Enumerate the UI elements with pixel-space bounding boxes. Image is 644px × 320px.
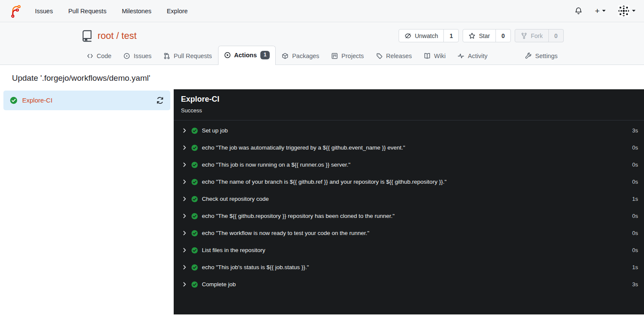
eye-closed-icon: [405, 32, 411, 39]
job-steps-list: Set up job 3s echo "The job was automati…: [174, 120, 644, 293]
step-name: echo "The job was automatically triggere…: [202, 144, 405, 151]
step-duration: 0s: [632, 247, 638, 253]
check-circle-icon: [191, 144, 198, 151]
step-row[interactable]: echo "The job was automatically triggere…: [174, 139, 644, 156]
check-circle-icon: [191, 161, 198, 168]
chevron-right-icon: [182, 128, 187, 133]
step-row[interactable]: echo "This job is now running on a ${{ r…: [174, 156, 644, 173]
tab-label: Wiki: [434, 53, 446, 59]
forgejo-logo-icon[interactable]: [9, 4, 22, 18]
pulse-icon: [458, 53, 464, 59]
chevron-right-icon: [182, 179, 187, 185]
tab-pull-requests[interactable]: Pull Requests: [157, 47, 218, 65]
play-circle-icon: [224, 52, 231, 59]
tab-label: Actions: [234, 52, 257, 59]
plus-icon: +: [595, 7, 600, 15]
tab-packages[interactable]: Packages: [276, 47, 325, 65]
tab-label: Packages: [292, 53, 319, 59]
tab-projects[interactable]: Projects: [325, 47, 370, 65]
step-name: List files in the repository: [202, 247, 265, 253]
tab-code[interactable]: Code: [81, 47, 118, 65]
job-item-explore-ci[interactable]: Explore-CI: [3, 91, 170, 110]
actions-count-badge: 1: [260, 51, 270, 59]
check-circle-icon: [191, 196, 198, 203]
run-content: Explore-CI Explore-CI Success Set up job…: [0, 89, 644, 314]
chevron-right-icon: [182, 282, 187, 287]
tab-issues[interactable]: Issues: [117, 47, 157, 65]
chevron-right-icon: [182, 196, 187, 202]
rerun-job-icon[interactable]: [156, 97, 164, 104]
step-name: Set up job: [202, 127, 228, 134]
check-circle-icon: [191, 213, 198, 220]
tab-releases[interactable]: Releases: [370, 47, 418, 65]
tab-settings[interactable]: Settings: [519, 47, 563, 65]
code-icon: [87, 53, 93, 59]
step-name: echo "The name of your branch is ${{ git…: [202, 179, 446, 185]
step-name: echo "The workflow is now ready to test …: [202, 230, 369, 236]
watchers-count[interactable]: 1: [443, 29, 458, 42]
repo-owner-link[interactable]: root: [98, 30, 114, 41]
step-row[interactable]: echo "The workflow is now ready to test …: [174, 225, 644, 242]
nav-link-pull-requests[interactable]: Pull Requests: [68, 8, 106, 15]
stars-count[interactable]: 0: [495, 29, 510, 42]
repo-name-link[interactable]: test: [122, 30, 137, 41]
tab-label: Activity: [468, 53, 487, 59]
notifications-bell-icon[interactable]: [574, 7, 583, 15]
forks-count: 0: [548, 29, 563, 42]
check-circle-icon: [10, 97, 17, 104]
fork-button: Fork 0: [515, 29, 564, 42]
step-row[interactable]: echo "This job's status is ${{ job.statu…: [174, 259, 644, 276]
package-icon: [282, 53, 288, 59]
chevron-right-icon: [182, 213, 187, 219]
repo-tabs: Code Issues Pull Requests: [81, 46, 564, 65]
step-row[interactable]: List files in the repository 0s: [174, 242, 644, 259]
step-row[interactable]: echo "The name of your branch is ${{ git…: [174, 173, 644, 191]
step-name: echo "The ${{ github.repository }} repos…: [202, 213, 395, 219]
step-duration: 0s: [632, 161, 638, 168]
step-duration: 0s: [632, 144, 638, 151]
repo-separator: /: [116, 30, 119, 41]
repo-action-buttons: Unwatch 1 Star 0: [399, 29, 564, 42]
job-log-panel: Explore-CI Success Set up job 3s echo "T…: [174, 89, 644, 314]
check-circle-icon: [191, 127, 198, 134]
nav-link-milestones[interactable]: Milestones: [122, 8, 151, 15]
star-button[interactable]: Star 0: [463, 29, 510, 42]
fork-icon: [521, 32, 527, 39]
create-new-button[interactable]: +: [595, 7, 606, 15]
step-name: echo "This job is now running on a ${{ r…: [202, 161, 350, 168]
wrench-icon: [525, 53, 532, 59]
book-open-icon: [424, 53, 431, 59]
check-circle-icon: [191, 281, 198, 288]
navbar-right: +: [574, 5, 635, 17]
repo-breadcrumb: root/test: [98, 30, 137, 41]
project-board-icon: [331, 53, 338, 59]
unwatch-label: Unwatch: [415, 32, 438, 39]
unwatch-button[interactable]: Unwatch 1: [399, 29, 459, 42]
tab-activity[interactable]: Activity: [452, 47, 493, 65]
step-duration: 3s: [632, 281, 638, 288]
chevron-right-icon: [182, 247, 187, 253]
nav-link-explore[interactable]: Explore: [167, 8, 188, 15]
chevron-right-icon: [182, 264, 187, 270]
nav-link-issues[interactable]: Issues: [35, 8, 53, 15]
check-circle-icon: [191, 247, 198, 254]
user-avatar: [618, 5, 629, 17]
step-name: Complete job: [202, 281, 236, 288]
star-icon: [469, 32, 475, 39]
step-duration: 0s: [632, 179, 638, 185]
step-row[interactable]: Set up job 3s: [174, 122, 644, 139]
tab-wiki[interactable]: Wiki: [418, 47, 452, 65]
step-name: echo "This job's status is ${{ job.statu…: [202, 264, 309, 270]
check-circle-icon: [191, 179, 198, 185]
repo-book-icon: [81, 29, 93, 42]
star-label: Star: [479, 32, 490, 39]
user-menu-button[interactable]: [618, 5, 635, 17]
tab-actions[interactable]: Actions 1: [218, 46, 276, 65]
repo-header: root/test Unwatch 1: [0, 22, 644, 65]
job-log-title: Explore-CI: [181, 95, 637, 104]
step-duration: 0s: [632, 230, 638, 236]
step-row[interactable]: Complete job 3s: [174, 276, 644, 293]
step-row[interactable]: echo "The ${{ github.repository }} repos…: [174, 208, 644, 225]
step-row[interactable]: Check out repository code 1s: [174, 191, 644, 208]
job-name: Explore-CI: [22, 97, 52, 104]
